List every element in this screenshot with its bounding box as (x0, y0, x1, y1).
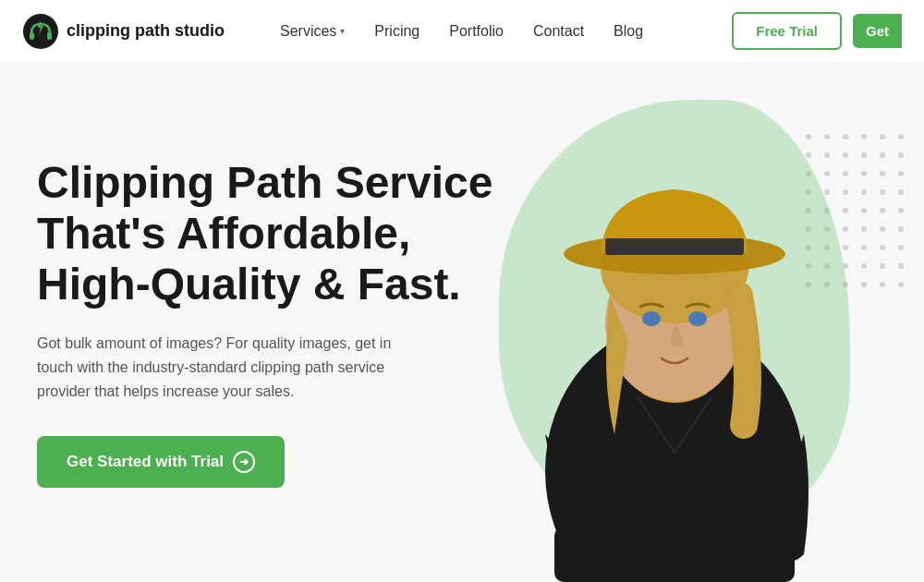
nav-contact[interactable]: Contact (533, 23, 584, 40)
nav-blog[interactable]: Blog (614, 23, 643, 40)
nav-portfolio[interactable]: Portfolio (449, 23, 504, 40)
get-started-header-button[interactable]: Get (853, 14, 902, 48)
cta-button[interactable]: Get Started with Trial ➔ (37, 436, 285, 488)
logo[interactable]: clipping path studio (22, 13, 225, 50)
hero-image-area: // Will be replaced by inline SVG circle… (425, 63, 924, 582)
hero-content: Clipping Path Service That's Affordable,… (37, 157, 492, 488)
hero-person-image (480, 83, 869, 582)
svg-point-36 (898, 189, 904, 195)
hero-title: Clipping Path Service That's Affordable,… (37, 157, 492, 310)
svg-point-11 (688, 311, 707, 326)
svg-point-48 (898, 226, 904, 232)
svg-point-54 (898, 245, 904, 250)
svg-rect-2 (47, 32, 52, 40)
logo-icon (22, 13, 59, 50)
svg-point-10 (642, 311, 661, 326)
hero-section: Clipping Path Service That's Affordable,… (0, 63, 924, 582)
svg-point-41 (880, 208, 885, 213)
circle-arrow-right-icon: ➔ (233, 451, 255, 473)
svg-point-60 (898, 263, 904, 269)
svg-point-65 (880, 282, 885, 287)
svg-rect-1 (30, 32, 34, 40)
header: clipping path studio Services ▾ Pricing … (0, 0, 924, 63)
nav-services[interactable]: Services ▾ (280, 23, 345, 40)
svg-point-17 (880, 134, 885, 139)
svg-point-23 (880, 152, 885, 158)
svg-point-30 (898, 171, 904, 176)
chevron-down-icon: ▾ (340, 26, 345, 36)
svg-point-53 (880, 245, 885, 250)
main-nav: Services ▾ Pricing Portfolio Contact Blo… (280, 23, 643, 40)
svg-rect-12 (554, 527, 795, 582)
free-trial-button[interactable]: Free Trial (732, 12, 842, 50)
hero-subtitle: Got bulk amount of images? For quality i… (37, 332, 425, 403)
svg-point-29 (880, 171, 885, 176)
svg-point-47 (880, 226, 885, 232)
svg-point-18 (898, 134, 904, 139)
nav-pricing[interactable]: Pricing (374, 23, 419, 40)
svg-point-66 (898, 282, 904, 287)
logo-text: clipping path studio (67, 21, 225, 41)
svg-point-24 (898, 152, 904, 158)
svg-point-42 (898, 208, 904, 213)
svg-point-35 (880, 189, 885, 195)
svg-point-59 (880, 263, 885, 269)
svg-rect-9 (605, 238, 744, 255)
header-actions: Free Trial Get (732, 12, 902, 50)
